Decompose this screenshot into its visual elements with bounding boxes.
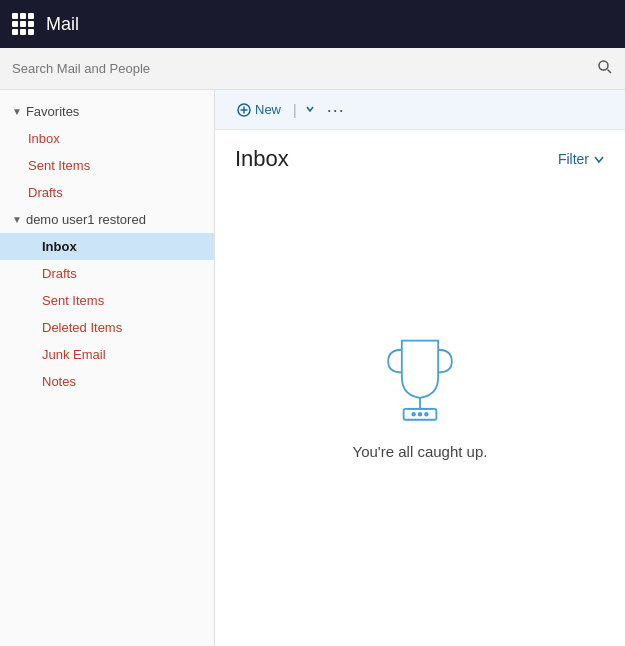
empty-state-text: You're all caught up. bbox=[353, 443, 488, 460]
sidebar-item-label: Inbox bbox=[28, 131, 60, 146]
waffle-dot bbox=[12, 13, 18, 19]
waffle-dot bbox=[20, 21, 26, 27]
chevron-down-icon bbox=[593, 153, 605, 165]
new-label: New bbox=[255, 102, 281, 117]
user-section-label: demo user1 restored bbox=[26, 212, 146, 227]
sidebar-item-inbox-fav[interactable]: Inbox bbox=[0, 125, 214, 152]
toolbar-divider: | bbox=[291, 102, 299, 118]
sidebar-item-drafts-fav[interactable]: Drafts bbox=[0, 179, 214, 206]
svg-point-0 bbox=[599, 61, 608, 70]
new-button[interactable]: New bbox=[231, 98, 287, 121]
chevron-down-icon: ▼ bbox=[12, 106, 22, 117]
svg-line-1 bbox=[608, 69, 612, 73]
filter-label: Filter bbox=[558, 151, 589, 167]
content-area: New | ··· Inbox Filter bbox=[215, 90, 625, 646]
sidebar-item-notes[interactable]: Notes bbox=[0, 368, 214, 395]
app-title: Mail bbox=[46, 14, 79, 35]
waffle-dot bbox=[20, 29, 26, 35]
inbox-header: Inbox Filter bbox=[215, 130, 625, 180]
svg-point-9 bbox=[419, 412, 422, 415]
more-label: ··· bbox=[327, 100, 345, 120]
search-icon[interactable] bbox=[597, 59, 613, 79]
main-layout: ▼ Favorites Inbox Sent Items Drafts ▼ de… bbox=[0, 90, 625, 646]
favorites-label: Favorites bbox=[26, 104, 79, 119]
waffle-dot bbox=[20, 13, 26, 19]
waffle-dot bbox=[12, 29, 18, 35]
sidebar-item-label: Inbox bbox=[42, 239, 77, 254]
sidebar-section-user[interactable]: ▼ demo user1 restored bbox=[0, 206, 214, 233]
toolbar: New | ··· bbox=[215, 90, 625, 130]
sidebar-item-label: Drafts bbox=[42, 266, 77, 281]
sidebar-item-sent[interactable]: Sent Items bbox=[0, 287, 214, 314]
sidebar-item-label: Sent Items bbox=[28, 158, 90, 173]
chevron-down-icon: ▼ bbox=[12, 214, 22, 225]
sidebar-item-junk[interactable]: Junk Email bbox=[0, 341, 214, 368]
waffle-dot bbox=[28, 13, 34, 19]
sidebar-item-label: Sent Items bbox=[42, 293, 104, 308]
search-bar bbox=[0, 48, 625, 90]
empty-state: You're all caught up. bbox=[215, 180, 625, 646]
svg-point-10 bbox=[425, 412, 428, 415]
chevron-down-icon bbox=[305, 104, 315, 114]
sidebar-item-deleted[interactable]: Deleted Items bbox=[0, 314, 214, 341]
sidebar: ▼ Favorites Inbox Sent Items Drafts ▼ de… bbox=[0, 90, 215, 646]
sidebar-item-label: Deleted Items bbox=[42, 320, 122, 335]
sidebar-item-label: Drafts bbox=[28, 185, 63, 200]
sidebar-item-label: Notes bbox=[42, 374, 76, 389]
filter-button[interactable]: Filter bbox=[558, 151, 605, 167]
sidebar-item-label: Junk Email bbox=[42, 347, 106, 362]
waffle-button[interactable] bbox=[12, 13, 34, 35]
svg-point-8 bbox=[412, 412, 415, 415]
more-options-button[interactable]: ··· bbox=[321, 99, 351, 121]
sidebar-item-drafts[interactable]: Drafts bbox=[0, 260, 214, 287]
waffle-dot bbox=[28, 29, 34, 35]
sidebar-item-sent-fav[interactable]: Sent Items bbox=[0, 152, 214, 179]
plus-circle-icon bbox=[237, 103, 251, 117]
trophy-icon bbox=[370, 327, 470, 427]
search-input[interactable] bbox=[12, 61, 589, 76]
app-header: Mail bbox=[0, 0, 625, 48]
sidebar-section-favorites[interactable]: ▼ Favorites bbox=[0, 98, 214, 125]
sidebar-item-inbox[interactable]: Inbox bbox=[0, 233, 214, 260]
waffle-dot bbox=[12, 21, 18, 27]
new-dropdown-button[interactable] bbox=[303, 100, 317, 120]
waffle-dot bbox=[28, 21, 34, 27]
page-title: Inbox bbox=[235, 146, 289, 172]
